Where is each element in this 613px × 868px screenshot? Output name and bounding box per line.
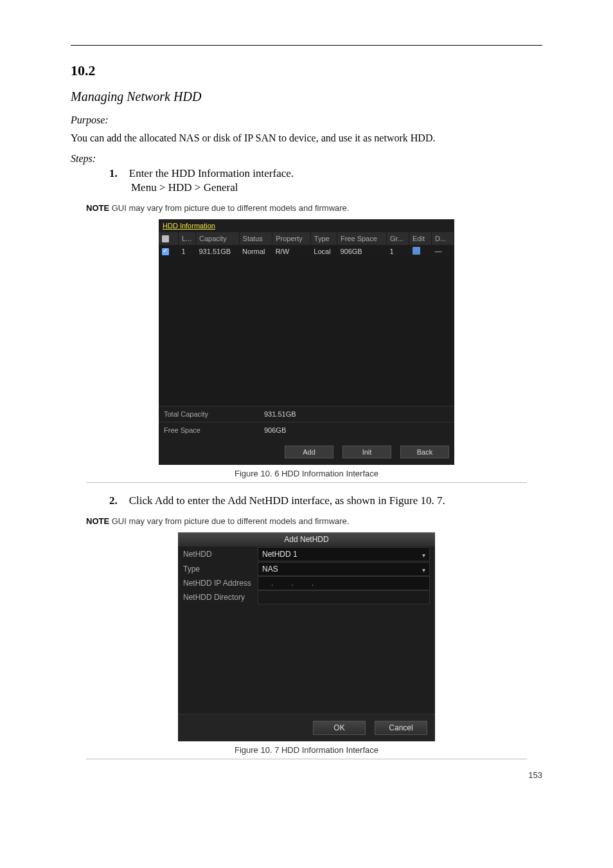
dialog-title: Add NetHDD — [178, 532, 435, 547]
step-2-text: Click Add to enter the Add NetHDD interf… — [129, 494, 445, 507]
total-capacity-value: 931.51GB — [259, 406, 454, 422]
figure-2-screenshot: Add NetHDD NetHDD NetHDD 1▾ Type NAS▾ Ne… — [178, 532, 435, 741]
free-space-row: Free Space 906GB — [159, 422, 454, 438]
purpose-text: You can add the allocated NAS or disk of… — [71, 132, 542, 144]
step-1-text: Enter the HDD Information interface. — [129, 167, 294, 179]
steps-heading: Steps: — [71, 153, 542, 165]
add-button[interactable]: Add — [285, 446, 333, 458]
note-1-text: GUI may vary from picture due to differe… — [112, 203, 350, 213]
cell-group: 1 — [387, 245, 409, 258]
cell-capacity: 931.51GB — [196, 245, 240, 258]
free-space-value: 906GB — [259, 422, 454, 438]
nethdd-select[interactable]: NetHDD 1▾ — [258, 547, 430, 561]
purpose-heading: Purpose: — [71, 114, 542, 126]
cell-property: R/W — [272, 245, 311, 258]
col-delete: D... — [432, 232, 454, 245]
free-space-label: Free Space — [159, 422, 259, 438]
dir-label: NetHDD Directory — [183, 593, 258, 602]
col-l: L... — [179, 232, 196, 245]
select-all-checkbox[interactable] — [162, 235, 169, 242]
type-select[interactable]: NAS▾ — [258, 562, 430, 576]
col-property: Property — [272, 232, 311, 245]
figure-1-caption: Figure 10. 6 HDD Information Interface — [71, 469, 542, 478]
note-2: NOTE GUI may vary from picture due to di… — [86, 516, 527, 526]
cancel-button[interactable]: Cancel — [375, 721, 427, 735]
dialog-button-row: OK Cancel — [178, 714, 435, 741]
ip-label: NetHDD IP Address — [183, 579, 258, 588]
nethdd-label: NetHDD — [183, 550, 258, 559]
cell-l: 1 — [179, 245, 196, 258]
col-edit: Edit — [409, 232, 432, 245]
figure-1-screenshot: HDD Information L... Capacity Status Pro… — [159, 219, 454, 465]
figure-2-caption: Figure 10. 7 HDD Information Interface — [71, 745, 542, 755]
page-number: 153 — [528, 770, 542, 780]
hdd-table: L... Capacity Status Property Type Free … — [159, 232, 454, 258]
ip-row: NetHDD IP Address ... — [178, 576, 435, 590]
note-2-label: NOTE — [86, 516, 109, 526]
type-value: NAS — [262, 565, 278, 574]
back-button[interactable]: Back — [400, 446, 449, 458]
note-1-label: NOTE — [86, 203, 109, 213]
row-checkbox[interactable] — [162, 248, 169, 255]
step-1: 1.Enter the HDD Information interface. — [109, 167, 542, 180]
nethdd-value: NetHDD 1 — [262, 550, 298, 559]
edit-icon[interactable] — [413, 247, 420, 255]
dialog-body-spacer — [178, 604, 435, 714]
col-status: Status — [239, 232, 272, 245]
top-rule — [71, 45, 542, 46]
section-number: 10.2 — [71, 62, 542, 79]
type-label: Type — [183, 565, 258, 574]
dir-row: NetHDD Directory — [178, 590, 435, 604]
total-capacity-row: Total Capacity 931.51GB — [159, 406, 454, 422]
total-capacity-label: Total Capacity — [159, 406, 259, 422]
col-type: Type — [310, 232, 337, 245]
dir-input[interactable] — [258, 590, 430, 604]
cell-status: Normal — [239, 245, 272, 258]
col-free: Free Space — [337, 232, 386, 245]
hdd-table-header: L... Capacity Status Property Type Free … — [159, 232, 454, 245]
col-capacity: Capacity — [196, 232, 240, 245]
table-empty-area — [159, 258, 454, 406]
figure-2-rule — [86, 759, 527, 759]
note-2-text: GUI may vary from picture due to differe… — [112, 516, 350, 526]
col-group: Gr... — [387, 232, 409, 245]
cell-free: 906GB — [337, 245, 386, 258]
note-1: NOTE GUI may vary from picture due to di… — [86, 203, 527, 213]
type-row: Type NAS▾ — [178, 562, 435, 576]
table-row[interactable]: 1 931.51GB Normal R/W Local 906GB 1 — — [159, 245, 454, 258]
section-title: Managing Network HDD — [71, 89, 542, 104]
chevron-down-icon: ▾ — [422, 549, 425, 562]
hdd-info-tab[interactable]: HDD Information — [159, 219, 219, 232]
delete-icon[interactable]: — — [435, 248, 442, 255]
ip-input[interactable]: ... — [258, 576, 430, 590]
step-2: 2.Click Add to enter the Add NetHDD inte… — [109, 494, 542, 507]
cell-type: Local — [310, 245, 337, 258]
chevron-down-icon: ▾ — [422, 564, 425, 577]
button-row: Add Init Back — [159, 438, 454, 465]
menu-path: Menu > HDD > General — [131, 181, 542, 194]
ok-button[interactable]: OK — [313, 721, 366, 735]
nethdd-row: NetHDD NetHDD 1▾ — [178, 547, 435, 562]
init-button[interactable]: Init — [342, 446, 391, 458]
figure-1-rule — [86, 482, 527, 483]
